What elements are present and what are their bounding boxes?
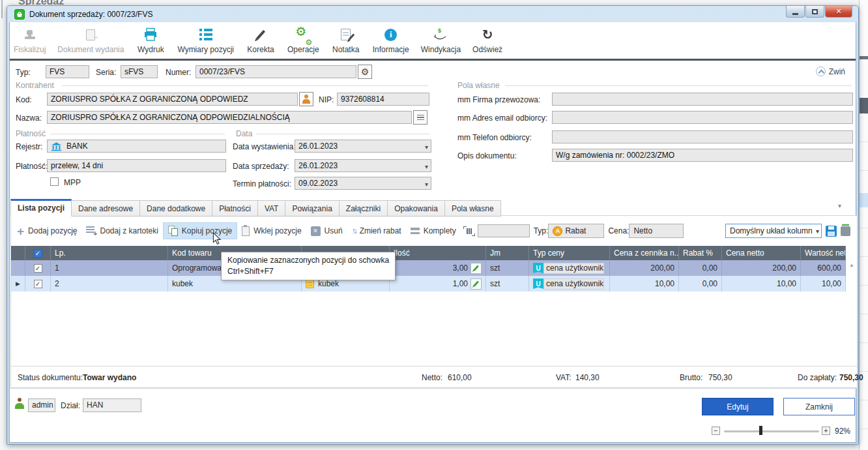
telefon-odbiorcy-field[interactable] xyxy=(552,130,853,143)
cell-rabat: 0,00 xyxy=(679,276,722,292)
zoom-slider-handle[interactable] xyxy=(759,426,762,435)
close-button[interactable]: ✕ xyxy=(825,6,852,18)
zoom-slider-track[interactable] xyxy=(724,430,819,432)
bank-icon xyxy=(51,142,62,151)
minimize-button[interactable] xyxy=(786,6,805,18)
tab-vat[interactable]: VAT xyxy=(258,200,286,217)
header-lp[interactable]: Lp. xyxy=(51,246,168,260)
add-from-catalog-button[interactable]: + Dodaj z kartoteki xyxy=(81,222,162,239)
termin-platnosci-field[interactable]: 09.02.2023 xyxy=(295,177,431,190)
toolbar-operacje-button[interactable]: ⚙⚙ Operacje xyxy=(287,23,319,54)
numer-settings-button[interactable]: ⚙ xyxy=(358,65,372,79)
nip-field[interactable]: 9372608814 xyxy=(337,93,429,106)
adres-email-field[interactable] xyxy=(552,111,853,124)
seria-field[interactable]: sFVS xyxy=(121,65,158,78)
numer-field[interactable]: 0007/23/FVS xyxy=(195,65,356,78)
chevron-up-circle-icon xyxy=(816,67,826,76)
column-layout-dropdown[interactable]: Domyślny układ kolumn xyxy=(725,224,822,238)
scrollbar-up-icon[interactable]: ▲ xyxy=(849,262,854,268)
header-cena-netto[interactable]: Cena netto xyxy=(722,246,801,260)
user-icon xyxy=(15,398,24,409)
header-cena-cennika[interactable]: Cena z cennika n... xyxy=(610,246,679,260)
cell-ilosc[interactable]: 1,00 xyxy=(390,276,486,292)
maximize-button[interactable] xyxy=(805,6,824,18)
quick-entry-input[interactable] xyxy=(478,224,530,237)
cell-typ-ceny[interactable]: Ucena użytkownika xyxy=(529,276,610,292)
add-position-button[interactable]: + Dodaj pozycję xyxy=(12,222,81,239)
telefon-odbiorcy-label: mm Telefon odbiorcy: xyxy=(457,133,532,142)
toolbar-dokument-wydania-button[interactable]: → Dokument wydania xyxy=(57,23,124,54)
dzial-field[interactable]: HAN xyxy=(83,398,141,412)
edit-button[interactable]: Edytuj xyxy=(702,398,774,415)
barcode-icon[interactable] xyxy=(463,226,475,236)
cell-typ-ceny[interactable]: Ucena użytkownika xyxy=(529,260,610,276)
toolbar-wydruk-button[interactable]: Wydruk xyxy=(136,23,166,54)
rejestr-field[interactable]: BANK xyxy=(47,140,226,153)
background-selected-row xyxy=(860,193,868,207)
opis-dokumentu-field[interactable]: W/g zamówienia nr: 0002/23/ZMO xyxy=(552,149,853,162)
cena-selector[interactable]: Netto xyxy=(629,224,684,238)
delete-icon: ✕ xyxy=(311,226,321,236)
zoom-in-button[interactable]: + xyxy=(822,427,830,435)
toolbar-wymiary-pozycji-button[interactable]: Wymiary pozycji xyxy=(177,23,234,54)
delete-layout-icon[interactable] xyxy=(841,226,850,236)
tabs-expander-icon[interactable]: ▾ xyxy=(838,202,841,209)
tab-lista-pozycji[interactable]: Lista pozycji xyxy=(10,199,72,217)
kontrahent-lookup-button[interactable] xyxy=(299,92,313,106)
paste-positions-button[interactable]: Wklej pozycje xyxy=(237,222,306,239)
header-ilosc[interactable]: Ilość xyxy=(390,246,486,260)
stamp-icon xyxy=(25,26,35,43)
tab-opakowania[interactable]: Opakowania xyxy=(388,200,445,217)
sets-button[interactable]: Komplety xyxy=(406,222,461,239)
toolbar-informacje-button[interactable]: i Informacje xyxy=(373,23,409,54)
person-icon xyxy=(302,95,310,104)
edit-quantity-icon[interactable] xyxy=(470,263,482,274)
nazwa-detail-button[interactable] xyxy=(413,110,427,125)
copy-positions-button[interactable]: Kopiuj pozycje xyxy=(163,222,237,239)
typ-field[interactable]: FVS xyxy=(46,65,89,78)
titlebar[interactable]: Dokument sprzedaży: 0007/23/FVS ✕ xyxy=(9,6,856,22)
change-discount-button[interactable]: ↑↓ Zmień rabat xyxy=(347,222,406,239)
save-layout-icon[interactable] xyxy=(826,226,837,237)
header-wartosc-netto[interactable]: Wartość netto xyxy=(801,246,846,260)
toolbar-notatka-button[interactable]: Notatka xyxy=(331,23,361,54)
tab-platnosci[interactable]: Płatności xyxy=(212,200,258,217)
edit-quantity-icon[interactable] xyxy=(470,278,482,290)
header-typ-ceny[interactable]: Typ ceny xyxy=(529,246,610,260)
zoom-out-button[interactable]: − xyxy=(712,427,720,435)
tab-powiazania[interactable]: Powiązania xyxy=(285,200,339,217)
platnosc-field[interactable]: przelew, 14 dni xyxy=(47,159,226,172)
zoom-percentage: 92% xyxy=(835,427,850,436)
typ-selector[interactable]: A Rabat xyxy=(548,224,604,238)
cell-ilosc[interactable]: 3,00 xyxy=(390,260,486,276)
row-checkbox[interactable]: ✓ xyxy=(25,276,51,292)
toolbar-windykacja-button[interactable]: $ Windykacja xyxy=(421,23,461,54)
toolbar-korekta-button[interactable]: Korekta xyxy=(246,23,276,54)
row-checkbox[interactable]: ✓ xyxy=(25,260,51,276)
kod-field[interactable]: ZORIUSPRO SPÓŁKA Z OGRANICZONĄ ODPOWIEDZ xyxy=(47,93,298,106)
firma-przewozowa-field[interactable] xyxy=(552,93,853,106)
cell-lp: 1 xyxy=(51,260,168,276)
header-rabat[interactable]: Rabat % xyxy=(679,246,722,260)
table-row[interactable]: ▶ ✓ 2 kubek kubek 1,00 szt Ucena użytkow… xyxy=(11,276,846,292)
collapse-button[interactable]: Zwiń xyxy=(816,67,845,76)
pola-wlasne-group-line xyxy=(505,85,852,86)
mpp-checkbox[interactable] xyxy=(50,177,59,186)
data-sprzedazy-field[interactable]: 26.01.2023 xyxy=(295,159,431,172)
tab-pola-wlasne[interactable]: Pola własne xyxy=(445,200,501,217)
toolbar-fiskalizuj-button[interactable]: Fiskalizuj xyxy=(14,23,46,54)
tab-dane-adresowe[interactable]: Dane adresowe xyxy=(72,200,140,217)
delete-position-button[interactable]: ✕ Usuń xyxy=(306,222,347,239)
toolbar-odswiez-button[interactable]: ↻ Odśwież xyxy=(472,23,502,54)
tab-zalaczniki[interactable]: Załączniki xyxy=(340,200,388,217)
cell-cena-netto: 10,00 xyxy=(722,276,801,292)
user-field[interactable]: admin xyxy=(28,398,55,412)
document-out-icon: → xyxy=(86,26,95,43)
nazwa-field[interactable]: ZORIUSPRO SPÓŁKA Z OGRANICZONĄ ODPOWIEDZ… xyxy=(47,111,412,124)
header-jm[interactable]: Jm xyxy=(486,246,529,260)
data-wystawienia-field[interactable]: 26.01.2023 xyxy=(295,140,431,153)
select-all-checkbox[interactable]: ✓ xyxy=(25,246,51,260)
tab-dane-dodatkowe[interactable]: Dane dodatkowe xyxy=(140,200,212,217)
table-row[interactable]: ✓ 1 Oprogramowanie I 3,00 szt Ucena użyt… xyxy=(11,260,846,276)
close-window-button[interactable]: Zamknij xyxy=(783,398,855,415)
